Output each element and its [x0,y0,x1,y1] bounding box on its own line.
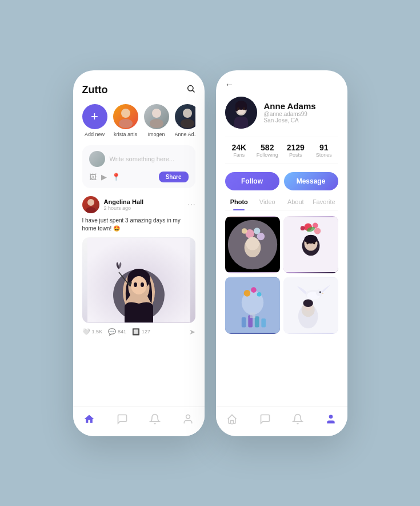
content-tabs: Photo Video About Favorite [225,198,338,210]
posts-count: 2129 [282,143,310,152]
message-button[interactable]: Message [284,172,338,190]
svg-rect-27 [245,105,247,110]
post-time: 2 hours ago [104,205,183,211]
post-image [82,237,195,323]
following-label: Following [253,152,282,158]
svg-point-11 [86,207,96,213]
post-header: Angelina Hall 2 hours ago ⋯ [82,196,195,213]
fans-label: Fans [225,152,254,158]
post-author-avatar [82,196,99,213]
action-buttons: Follow Message [225,172,338,190]
nav-chat[interactable] [117,413,128,428]
compose-avatar [89,151,105,167]
svg-point-46 [304,234,317,243]
following-stat: 582 Following [253,143,282,158]
stories-row: + Add new krista artis Imogen [82,104,195,137]
profile-name: Anne Adams [264,101,316,111]
right-nav-chat[interactable] [259,413,271,428]
svg-point-48 [313,241,315,244]
post-card: Angelina Hall 2 hours ago ⋯ I have just … [82,196,195,336]
story-add-new[interactable]: + Add new [82,104,107,137]
right-nav-bell[interactable] [292,413,303,428]
stories-count: 91 [310,143,338,152]
svg-line-1 [193,90,194,92]
story-anne[interactable]: Anne Adams [175,104,195,137]
tab-photo[interactable]: Photo [225,198,254,210]
svg-point-29 [243,107,245,110]
photo-4[interactable] [283,277,338,334]
svg-point-68 [329,415,333,419]
right-phone: ← Anne Ada [216,70,347,436]
imogen-avatar [144,104,169,129]
post-user-info: Angelina Hall 2 hours ago [104,198,183,211]
right-nav-home[interactable] [226,413,238,428]
anne-label: Anne Adams [175,132,195,137]
svg-point-51 [243,290,250,297]
nav-home[interactable] [83,413,95,428]
story-imogen[interactable]: Imogen [144,104,169,137]
add-story-avatar: + [82,104,107,129]
profile-info: Anne Adams @anne.adams99 San Jose, CA [264,101,316,123]
svg-point-17 [134,282,137,287]
compose-placeholder[interactable]: Write something here... [110,156,189,162]
profile-stats: 24K Fans 582 Following 2129 Posts 91 Sto… [225,137,338,164]
plus-icon: + [91,109,98,124]
comments-stat[interactable]: 💬 841 [108,328,126,336]
following-count: 582 [253,143,282,152]
post-stats: 🤍 1.5K 💬 841 🔲 127 ➤ [82,328,195,336]
tab-favorite[interactable]: Favorite [310,198,338,210]
app-title: Zutto [82,84,108,96]
right-nav-person[interactable] [325,413,337,428]
likes-count: 1.5K [92,329,103,334]
anne-avatar [175,104,195,129]
photo-grid [225,216,338,334]
tab-video[interactable]: Video [253,198,282,210]
svg-point-7 [181,119,194,128]
video-icon[interactable]: ▶ [101,173,107,181]
posts-stat: 2129 Posts [282,143,310,158]
location-icon[interactable]: 📍 [111,173,121,181]
post-menu-icon[interactable]: ⋯ [187,200,195,209]
image-icon[interactable]: 🖼 [89,173,97,181]
tab-about[interactable]: About [282,198,310,210]
svg-point-47 [306,241,309,244]
back-button[interactable]: ← [225,79,338,90]
svg-point-34 [241,228,247,234]
stories-stat: 91 Stories [310,143,338,158]
svg-point-52 [251,287,257,293]
compose-icons: 🖼 ▶ 📍 [89,173,121,181]
profile-header: Anne Adams @anne.adams99 San Jose, CA [225,97,338,129]
shares-stat[interactable]: 🔲 127 [132,328,150,336]
svg-point-3 [119,119,133,128]
stories-label: Stories [310,152,338,158]
svg-point-35 [257,232,264,240]
svg-point-18 [141,282,144,287]
left-phone: Zutto + Add new krista [73,70,205,436]
svg-rect-56 [254,316,259,327]
profile-handle: @anne.adams99 [264,111,316,117]
photo-1[interactable] [225,216,280,273]
photo-3[interactable] [225,277,280,334]
post-text: I have just spent 3 amazing days in my h… [82,217,195,233]
add-story-label: Add new [85,132,105,137]
share-button[interactable]: Share [159,172,189,182]
nav-person[interactable] [182,413,194,428]
nav-bell[interactable] [149,413,161,428]
send-icon[interactable]: ➤ [189,328,195,336]
fans-count: 24K [225,143,254,152]
search-button[interactable] [186,84,195,95]
left-header: Zutto [82,84,195,96]
svg-point-6 [183,109,192,118]
svg-point-41 [300,226,305,230]
compose-actions: 🖼 ▶ 📍 Share [89,172,189,182]
photo-2[interactable] [283,216,338,273]
left-bottom-nav [73,407,205,436]
follow-button[interactable]: Follow [225,172,279,190]
likes-stat[interactable]: 🤍 1.5K [82,328,103,336]
heart-icon: 🤍 [82,328,90,336]
svg-point-4 [152,109,161,118]
compose-input-row: Write something here... [89,151,189,167]
krista-label: krista artis [114,132,137,137]
share-icon: 🔲 [132,328,140,336]
story-krista[interactable]: krista artis [113,104,138,137]
